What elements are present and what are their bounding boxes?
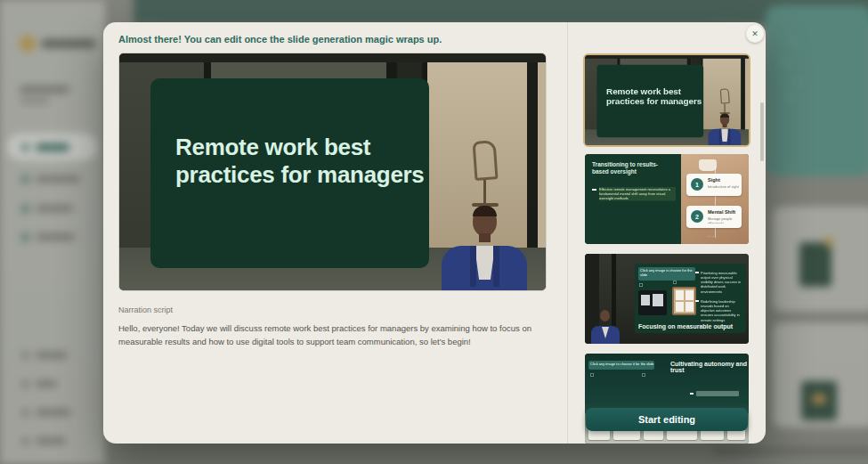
step-number: 2: [691, 210, 703, 223]
bullet-text: Prioritizing measurable output over phys…: [701, 271, 743, 294]
slide-thumbnail-panel: Remote work best practices for managers: [567, 22, 766, 444]
office-chair: [472, 140, 498, 181]
grid-cell: [676, 302, 684, 312]
image-checkbox: [642, 373, 645, 377]
close-button[interactable]: ✕: [746, 25, 764, 43]
image-checkbox: [673, 281, 677, 284]
image-option-2: [672, 287, 696, 315]
banner-text: Click any image is chosen for the slide: [640, 268, 694, 277]
presenter-avatar-small: [590, 310, 621, 344]
image-option-1: [638, 290, 667, 315]
narration-script-text: Hello, everyone! Today we will discuss r…: [118, 322, 544, 348]
generation-modal: ✕ Almost there! You can edit once the sl…: [103, 22, 766, 444]
presenter-head: [600, 310, 610, 322]
thumb4-title: Cultivating autonomy and trust: [670, 361, 747, 373]
office-window-bright: [538, 53, 547, 248]
image-checkbox: [590, 373, 594, 377]
thumb2-title: Transitioning to results-based oversight: [592, 161, 674, 176]
ceiling-beam: [585, 55, 749, 59]
presenter-neck: [723, 124, 727, 127]
office-chair: [720, 88, 730, 103]
office-chair: [483, 180, 486, 205]
main-slide-preview: Remote work best practices for managers: [118, 53, 547, 291]
step-sub: Manage people effectively: [708, 216, 740, 224]
app-screen: ✕ Almost there! You can edit once the sl…: [0, 0, 868, 464]
office-window-bright: [745, 55, 749, 129]
slide-thumbnail-3[interactable]: Click any image is chosen for the slide: [585, 254, 749, 344]
slide-title-card: Remote work best practices for managers: [150, 78, 429, 268]
thumb2-text-panel: Transitioning to results-based oversight…: [585, 154, 681, 244]
step-card-2: 2 Mental Shift Manage people effectively: [686, 206, 742, 228]
thumb3-bullet-2: Redefining leadership rewards based on o…: [701, 299, 743, 322]
modal-main-area: Almost there! You can edit once the slid…: [103, 22, 567, 444]
thumb3-title: Focusing on measurable output: [638, 323, 743, 330]
presenter-avatar: [440, 207, 529, 291]
grid-cell: [685, 290, 694, 300]
slide-scene: Remote work best practices for managers: [119, 53, 547, 291]
thumb-scene-wrap: Remote work best practices for managers: [585, 55, 749, 145]
image-checkbox: [639, 283, 643, 287]
presenter-avatar: [708, 114, 742, 145]
thumbnail-scrollbar[interactable]: [760, 102, 764, 161]
step-sub: Introduction of sight: [708, 184, 740, 189]
step-number: 1: [691, 178, 703, 191]
step-card-1: 1 Sight Introduction of sight: [686, 174, 742, 196]
thumb2-bullet: Effective remote management necessitates…: [599, 187, 676, 201]
start-editing-button[interactable]: Start editing: [586, 408, 748, 431]
banner-text: Click any image to choose it for the sli…: [590, 362, 654, 366]
image-picker-banner: Click any image is chosen for the slide: [638, 267, 695, 281]
thumb3-content-panel: Click any image is chosen for the slide: [635, 264, 746, 333]
modal-header-text: Almost there! You can edit once the slid…: [118, 34, 555, 45]
coffee-cup: [699, 159, 717, 171]
step-label: Mental Shift: [708, 209, 735, 215]
timeline-ellipsis: ...: [708, 232, 726, 238]
presenter-neck: [479, 233, 491, 242]
slide-title-card: Remote work best practices for managers: [596, 65, 703, 137]
presenter-hair: [473, 206, 497, 216]
bullet-text: Redefining leadership rewards based on o…: [701, 299, 743, 322]
slide-thumbnail-2[interactable]: Transitioning to results-based oversight…: [585, 154, 749, 244]
slide-scene-mini: Remote work best practices for managers: [585, 55, 749, 145]
slide-title: Remote work best practices for managers: [175, 134, 432, 188]
thumb3-bullet-1: Prioritizing measurable output over phys…: [701, 271, 743, 294]
narration-script-label: Narration script: [118, 305, 173, 314]
bullet-dash-icon: [695, 272, 699, 273]
bullet-dash-icon: [592, 189, 596, 191]
presenter-lapel: [719, 129, 731, 145]
presenter-lapel: [470, 246, 499, 287]
slide-title: Remote work best practices for managers: [606, 85, 704, 106]
grid-cell: [685, 302, 694, 312]
ceiling-beam: [119, 53, 547, 62]
thumb4-bullet-blur: [690, 391, 742, 396]
presenter-hair: [720, 113, 729, 118]
close-icon: ✕: [751, 29, 758, 38]
image-picker-banner: Click any image to choose it for the sli…: [588, 361, 654, 370]
slide-thumbnail-1[interactable]: Remote work best practices for managers: [585, 55, 749, 145]
step-label: Sight: [708, 177, 720, 183]
grid-cell: [676, 290, 684, 300]
bullet-dash-icon: [695, 300, 699, 302]
